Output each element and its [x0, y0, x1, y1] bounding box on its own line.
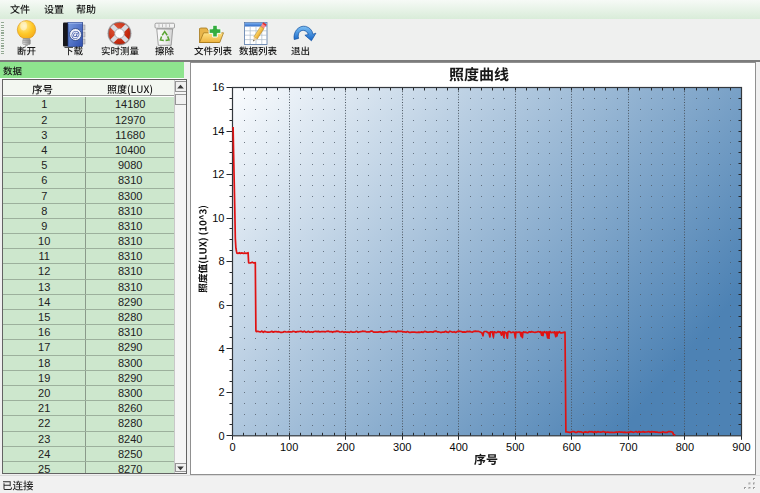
svg-text:6: 6: [218, 299, 224, 311]
svg-text:14: 14: [212, 125, 224, 137]
svg-text:2: 2: [218, 386, 224, 398]
svg-text:400: 400: [450, 441, 468, 453]
svg-text:800: 800: [676, 441, 694, 453]
svg-text:600: 600: [563, 441, 581, 453]
svg-text:900: 900: [732, 441, 750, 453]
svg-text:700: 700: [619, 441, 637, 453]
svg-text:300: 300: [393, 441, 411, 453]
svg-text:12: 12: [212, 168, 224, 180]
svg-text:4: 4: [218, 343, 224, 355]
svg-text:500: 500: [506, 441, 524, 453]
svg-text:10: 10: [212, 212, 224, 224]
svg-text:0: 0: [218, 430, 224, 442]
svg-text:8: 8: [218, 255, 224, 267]
svg-text:0: 0: [229, 441, 235, 453]
svg-text:100: 100: [280, 441, 298, 453]
svg-text:200: 200: [336, 441, 354, 453]
svg-text:16: 16: [212, 81, 224, 93]
